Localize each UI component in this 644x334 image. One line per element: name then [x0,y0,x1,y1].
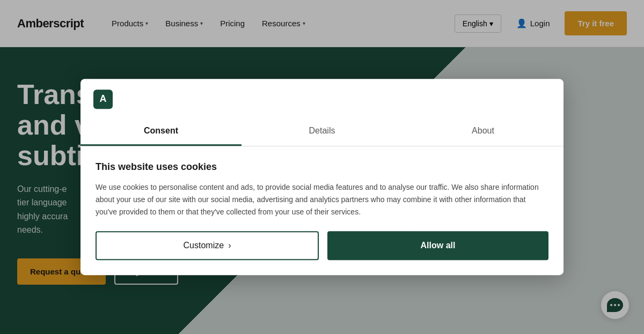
dialog-description: We use cookies to personalise content an… [96,181,548,218]
chevron-right-icon: › [228,241,231,250]
dialog-body: This website uses cookies We use cookies… [80,146,564,231]
dialog-tabs: Consent Details About [80,117,564,146]
dialog-actions: Customize › Allow all [80,231,564,275]
allow-all-button[interactable]: Allow all [327,231,548,260]
tab-details[interactable]: Details [241,117,402,146]
dialog-title: This website uses cookies [96,161,548,173]
tab-about[interactable]: About [402,117,564,146]
cookie-consent-dialog: A Consent Details About This website use… [80,79,564,275]
dialog-header: A [80,79,564,109]
dialog-brand-icon: A [93,90,113,109]
customize-button[interactable]: Customize › [96,231,319,260]
tab-consent[interactable]: Consent [80,117,241,146]
